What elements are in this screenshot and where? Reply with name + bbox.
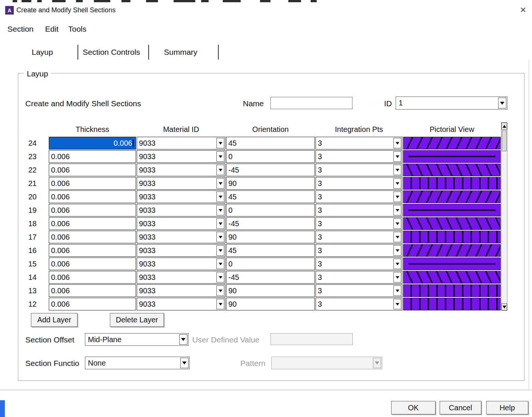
dropdown-arrow-icon[interactable]	[216, 192, 224, 202]
integration-combo[interactable]: 3	[316, 231, 402, 243]
menu-edit[interactable]: Edit	[45, 25, 58, 34]
integration-combo[interactable]: 3	[316, 164, 402, 176]
scroll-down-icon[interactable]	[501, 303, 507, 310]
add-layer-button[interactable]: Add Layer	[31, 313, 77, 327]
integration-combo[interactable]: 3	[316, 177, 402, 190]
dropdown-arrow-icon[interactable]	[393, 165, 401, 175]
dropdown-arrow-icon[interactable]	[216, 272, 224, 282]
material-combo[interactable]: 9033	[137, 177, 225, 190]
dropdown-arrow-icon[interactable]	[393, 272, 401, 282]
table-scrollbar[interactable]	[501, 122, 507, 311]
dropdown-arrow-icon[interactable]	[216, 259, 224, 269]
material-combo[interactable]: 9033	[137, 164, 225, 176]
material-combo[interactable]: 9033	[137, 150, 225, 163]
material-combo[interactable]: 9033	[137, 258, 225, 270]
material-combo[interactable]: 9033	[137, 284, 225, 297]
material-combo[interactable]: 9033	[137, 190, 225, 203]
orientation-input[interactable]: 90	[226, 231, 315, 243]
integration-combo[interactable]: 3	[316, 137, 402, 149]
material-combo[interactable]: 9033	[137, 204, 225, 217]
integration-combo[interactable]: 3	[316, 298, 402, 310]
dropdown-arrow-icon[interactable]	[180, 358, 189, 368]
thickness-input[interactable]: 0.006	[49, 190, 136, 203]
orientation-input[interactable]: 90	[226, 284, 315, 297]
tab-section-controls[interactable]: Section Controls	[83, 48, 140, 57]
thickness-input[interactable]: 0.006	[49, 150, 136, 163]
thickness-input[interactable]: 0.006	[49, 217, 136, 230]
thickness-input[interactable]: 0.006	[49, 244, 136, 257]
dropdown-arrow-icon[interactable]	[216, 178, 224, 189]
id-combo[interactable]: 1	[396, 97, 507, 110]
integration-combo[interactable]: 3	[316, 150, 402, 163]
dropdown-arrow-icon[interactable]	[216, 299, 224, 309]
dropdown-arrow-icon[interactable]	[393, 138, 401, 148]
thickness-input[interactable]: 0.006	[49, 204, 136, 217]
orientation-input[interactable]: 0	[226, 258, 315, 270]
orientation-input[interactable]: 45	[226, 137, 315, 149]
thickness-input[interactable]: 0.006	[49, 298, 136, 310]
dropdown-arrow-icon[interactable]	[216, 151, 224, 162]
cancel-button[interactable]: Cancel	[440, 401, 481, 414]
integration-combo[interactable]: 3	[316, 204, 402, 217]
material-combo[interactable]: 9033	[137, 137, 225, 149]
scrollbar-thumb[interactable]	[502, 130, 507, 151]
dropdown-arrow-icon[interactable]	[393, 285, 401, 296]
section-offset-combo[interactable]: Mid-Plane	[85, 333, 189, 346]
dropdown-arrow-icon[interactable]	[393, 259, 401, 269]
material-combo[interactable]: 9033	[137, 271, 225, 284]
integration-combo[interactable]: 3	[316, 271, 402, 284]
orientation-input[interactable]: 0	[226, 204, 315, 217]
help-button[interactable]: Help	[486, 401, 528, 414]
thickness-input[interactable]: 0.006	[49, 177, 136, 190]
orientation-input[interactable]: 0	[226, 150, 315, 163]
dropdown-arrow-icon[interactable]	[393, 192, 401, 202]
dropdown-arrow-icon[interactable]	[393, 299, 401, 309]
dropdown-arrow-icon[interactable]	[393, 218, 401, 229]
section-function-combo[interactable]: None	[85, 357, 190, 369]
scroll-up-icon[interactable]	[501, 123, 507, 130]
dropdown-arrow-icon[interactable]	[393, 151, 401, 162]
dropdown-arrow-icon[interactable]	[216, 138, 224, 148]
orientation-input[interactable]: -45	[226, 271, 315, 284]
thickness-input[interactable]: 0.006	[49, 164, 136, 176]
orientation-input[interactable]: 45	[226, 190, 315, 203]
material-combo[interactable]: 9033	[137, 244, 225, 257]
ok-button[interactable]: OK	[391, 401, 436, 414]
orientation-input[interactable]: 45	[226, 244, 315, 257]
integration-combo[interactable]: 3	[316, 217, 402, 230]
tab-summary[interactable]: Summary	[164, 48, 197, 57]
dropdown-arrow-icon[interactable]	[393, 178, 401, 189]
material-combo[interactable]: 9033	[137, 298, 225, 310]
dropdown-arrow-icon[interactable]	[393, 232, 401, 242]
dropdown-arrow-icon[interactable]	[393, 245, 401, 256]
dropdown-arrow-icon[interactable]	[216, 285, 224, 296]
dropdown-arrow-icon[interactable]	[216, 165, 224, 175]
integration-combo[interactable]: 3	[316, 244, 402, 257]
thickness-input[interactable]: 0.006	[49, 137, 136, 149]
orientation-input[interactable]: -45	[226, 164, 315, 176]
orientation-input[interactable]: 90	[226, 177, 315, 190]
integration-combo[interactable]: 3	[316, 190, 402, 203]
thickness-input[interactable]: 0.006	[49, 284, 136, 297]
tab-layup[interactable]: Layup	[32, 48, 53, 57]
menu-tools[interactable]: Tools	[68, 25, 86, 34]
name-input[interactable]	[270, 97, 352, 109]
dropdown-arrow-icon[interactable]	[216, 205, 224, 215]
dropdown-arrow-icon[interactable]	[498, 98, 506, 108]
material-combo[interactable]: 9033	[137, 217, 225, 230]
material-combo[interactable]: 9033	[137, 231, 225, 243]
dropdown-arrow-icon[interactable]	[216, 245, 224, 256]
thickness-input[interactable]: 0.006	[49, 231, 136, 243]
orientation-input[interactable]: -45	[226, 217, 315, 230]
dropdown-arrow-icon[interactable]	[179, 334, 187, 345]
dropdown-arrow-icon[interactable]	[216, 232, 224, 242]
integration-combo[interactable]: 3	[316, 284, 402, 297]
integration-combo[interactable]: 3	[316, 258, 402, 270]
orientation-input[interactable]: 90	[226, 298, 315, 310]
dropdown-arrow-icon[interactable]	[216, 218, 224, 229]
menu-section[interactable]: Section	[7, 25, 34, 34]
thickness-input[interactable]: 0.006	[49, 258, 136, 270]
delete-layer-button[interactable]: Delete Layer	[110, 313, 164, 327]
thickness-input[interactable]: 0.006	[49, 271, 136, 284]
dropdown-arrow-icon[interactable]	[393, 205, 401, 215]
